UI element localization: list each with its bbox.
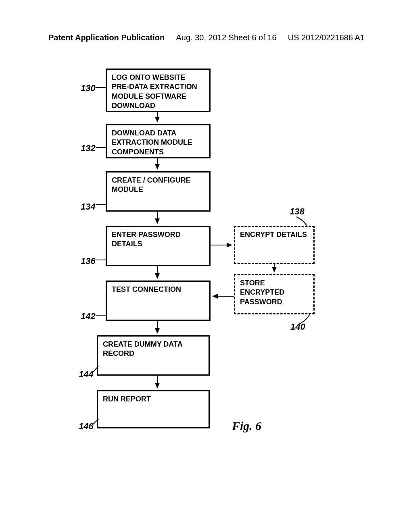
- page-header: Patent Application Publication Aug. 30, …: [0, 33, 413, 42]
- header-date-sheet: Aug. 30, 2012 Sheet 6 of 16: [176, 33, 276, 42]
- svg-line-15: [93, 419, 98, 424]
- header-publication-label: Patent Application Publication: [48, 33, 165, 42]
- flowchart-diagram: LOG ONTO WEBSITE PRE-DATA EXTRACTION MOD…: [0, 64, 413, 488]
- flowchart-arrows: [0, 64, 413, 468]
- header-pub-number: US 2012/0221686 A1: [288, 33, 365, 42]
- svg-line-14: [93, 366, 98, 372]
